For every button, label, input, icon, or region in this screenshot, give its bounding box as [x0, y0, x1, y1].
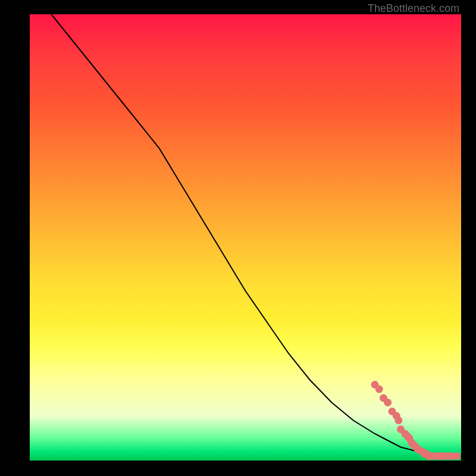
watermark-label: TheBottleneck.com: [368, 2, 459, 15]
plot-area: [30, 14, 461, 461]
chart-container: TheBottleneck.com: [0, 0, 476, 476]
